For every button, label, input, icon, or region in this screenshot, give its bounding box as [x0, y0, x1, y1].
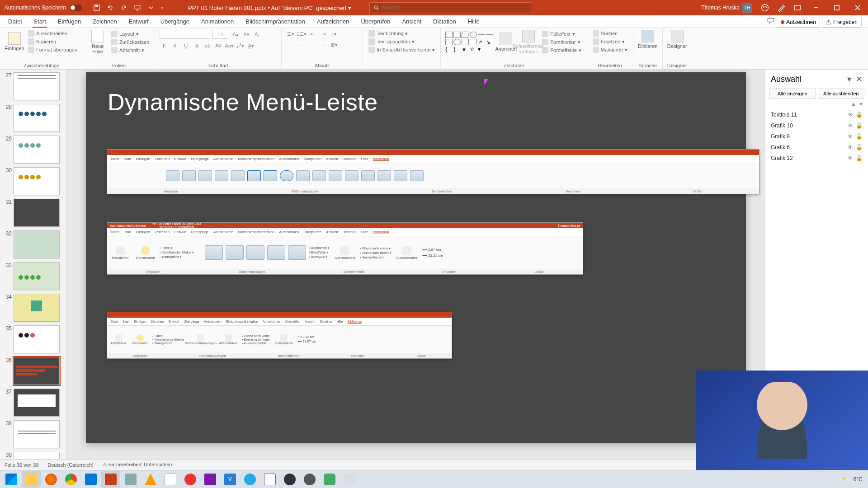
increase-font-icon[interactable]: A▴	[231, 30, 240, 38]
font-size-combo[interactable]: 18	[212, 30, 228, 39]
columns-icon[interactable]: ▥▾	[330, 41, 339, 49]
tab-einfuegen[interactable]: Einfügen	[52, 15, 86, 28]
task-explorer[interactable]	[22, 471, 41, 488]
highlight-icon[interactable]: 🖍▾	[236, 42, 245, 50]
layout-button[interactable]: Layout ▾	[110, 30, 150, 38]
thumb-29[interactable]: 29	[0, 134, 66, 165]
close-button[interactable]	[847, 0, 868, 15]
selection-item[interactable]: Grafik 12👁🔓	[765, 153, 868, 164]
minimize-button[interactable]	[806, 0, 826, 15]
selection-item[interactable]: Grafik 8👁🔓	[765, 131, 868, 142]
thumb-32[interactable]: 32	[0, 229, 66, 260]
strikethrough-icon[interactable]: S̶	[192, 42, 201, 50]
draw-icon[interactable]	[777, 3, 786, 12]
present-icon[interactable]	[134, 4, 141, 11]
underline-icon[interactable]: U	[181, 42, 190, 50]
reset-button[interactable]: Zurücksetzen	[110, 38, 150, 46]
text-direction-button[interactable]: Textrichtung ▾	[368, 30, 436, 37]
maximize-button[interactable]	[826, 0, 847, 15]
paste-button[interactable]: Einfügen	[5, 32, 24, 51]
thumb-39[interactable]: 39	[0, 450, 66, 459]
lock-icon[interactable]: 🔓	[856, 112, 863, 118]
designer-button[interactable]: Designer	[667, 30, 687, 49]
search-input[interactable]	[382, 5, 528, 11]
task-app-8[interactable]	[320, 471, 339, 488]
tab-uebergaenge[interactable]: Übergänge	[155, 15, 195, 28]
thumb-27[interactable]: 27	[0, 70, 66, 102]
task-firefox[interactable]	[42, 471, 61, 488]
task-app-6[interactable]	[260, 471, 279, 488]
window-icon[interactable]	[793, 3, 802, 12]
lock-icon[interactable]: 🔓	[856, 144, 863, 150]
autosave-toggle[interactable]	[70, 5, 82, 11]
hide-all-button[interactable]: Alle ausblenden	[818, 89, 865, 99]
slide-counter[interactable]: Folie 36 von 39	[5, 462, 38, 468]
eye-icon[interactable]: 👁	[848, 122, 853, 129]
thumb-35[interactable]: 35	[0, 324, 66, 355]
tab-datei[interactable]: Datei	[3, 15, 27, 28]
thumb-28[interactable]: 28	[0, 102, 66, 134]
task-powerpoint[interactable]	[101, 471, 120, 488]
font-family-combo[interactable]	[160, 30, 209, 39]
new-slide-button[interactable]: Neue Folie	[88, 30, 108, 54]
move-down-icon[interactable]: ▼	[859, 101, 863, 107]
document-title[interactable]: PPT 01 Roter Faden 001.pptx • Auf "diese…	[170, 5, 369, 11]
align-right-icon[interactable]: ≡	[308, 41, 317, 49]
tab-hilfe[interactable]: Hilfe	[462, 15, 485, 28]
start-button[interactable]	[2, 471, 21, 488]
thumb-36[interactable]: 36	[0, 355, 66, 387]
accessibility-status[interactable]: ⚠ Barrierefreiheit: Untersuchen	[103, 462, 172, 468]
redo-icon[interactable]	[120, 4, 127, 11]
tab-dictation[interactable]: Dictation	[428, 15, 462, 28]
thumb-38[interactable]: 38	[0, 418, 66, 450]
spacing-icon[interactable]: AV	[214, 42, 223, 50]
tab-ansicht[interactable]: Ansicht	[396, 15, 427, 28]
align-text-button[interactable]: Text ausrichten ▾	[368, 38, 436, 45]
thumb-31[interactable]: 31	[0, 197, 66, 229]
eye-icon[interactable]: 👁	[848, 133, 853, 140]
align-center-icon[interactable]: ≡	[297, 41, 306, 49]
chevron-down-icon[interactable]: ▾	[847, 74, 851, 84]
task-app-4[interactable]	[181, 471, 200, 488]
tab-ueberpruefen[interactable]: Überprüfen	[355, 15, 396, 28]
shapes-gallery[interactable]: ↗↘ {}★☆▾	[445, 32, 493, 52]
save-icon[interactable]	[93, 4, 100, 11]
weather-icon[interactable]: ⛅	[842, 476, 849, 483]
bold-icon[interactable]: F	[160, 42, 169, 50]
eye-icon[interactable]: 👁	[848, 112, 853, 118]
dictate-button[interactable]: Diktieren	[638, 30, 658, 49]
clear-format-icon[interactable]: Aₓ	[253, 30, 262, 38]
show-all-button[interactable]: Alle anzeigen	[769, 89, 816, 99]
quick-styles-button[interactable]: Schnellformat- vorlagen	[519, 30, 538, 54]
tab-aufzeichnen[interactable]: Aufzeichnen	[311, 15, 355, 28]
thumb-30[interactable]: 30	[0, 165, 66, 197]
tab-praesentation[interactable]: Bildschirmpräsentation	[240, 15, 311, 28]
replace-button[interactable]: Ersetzen ▾	[592, 38, 628, 45]
align-left-icon[interactable]: ≡	[286, 41, 295, 49]
sync-icon[interactable]	[760, 3, 769, 12]
shape-outline-button[interactable]: Formkontur ▾	[541, 38, 582, 46]
shape-fill-button[interactable]: Fülleffekt ▾	[541, 30, 582, 38]
task-app-1[interactable]	[121, 471, 140, 488]
task-chrome[interactable]	[61, 471, 80, 488]
search-box[interactable]	[369, 2, 532, 13]
task-app-9[interactable]	[340, 471, 359, 488]
slide-canvas-area[interactable]: Dynamische Menü-Leiste DateiStartEinfüge…	[67, 70, 765, 459]
numbering-icon[interactable]: 1☰▾	[297, 30, 306, 38]
italic-icon[interactable]: K	[170, 42, 179, 50]
shadow-icon[interactable]: ab	[203, 42, 212, 50]
share-button[interactable]: Freigeben	[822, 17, 862, 28]
shape-effects-button[interactable]: Formeffekte ▾	[541, 47, 582, 54]
find-button[interactable]: Suchen	[592, 30, 628, 37]
autosave-control[interactable]: Automatisches Speichern	[0, 5, 87, 11]
eye-icon[interactable]: 👁	[848, 155, 853, 161]
system-tray[interactable]: ⛅ 6°C	[842, 476, 866, 483]
eye-icon[interactable]: 👁	[848, 144, 853, 150]
task-outlook[interactable]	[81, 471, 100, 488]
task-obs[interactable]	[280, 471, 299, 488]
format-painter-button[interactable]: Format übertragen	[27, 46, 78, 53]
cut-button[interactable]: Ausschneiden	[27, 30, 78, 37]
task-app-7[interactable]	[300, 471, 319, 488]
decrease-font-icon[interactable]: A▾	[242, 30, 251, 38]
language-status[interactable]: Deutsch (Österreich)	[47, 462, 93, 468]
